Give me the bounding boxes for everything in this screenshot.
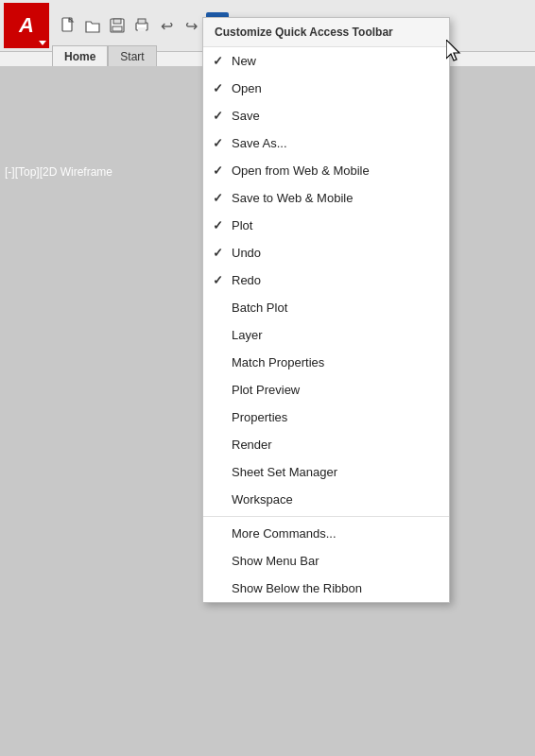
- acad-logo-text: A: [19, 13, 34, 38]
- viewport-label: [-][Top][2D Wireframe: [5, 165, 112, 179]
- qa-undo-icon[interactable]: ↩: [155, 14, 178, 37]
- menu-item-workspace[interactable]: Workspace: [203, 486, 449, 513]
- menu-item-show-below-ribbon[interactable]: Show Below the Ribbon: [203, 575, 449, 602]
- menu-item-batch-plot[interactable]: Batch Plot: [203, 294, 449, 321]
- menu-item-more-commands[interactable]: More Commands...: [203, 520, 449, 547]
- menu-item-new[interactable]: New: [203, 47, 449, 75]
- menu-divider: [203, 516, 449, 517]
- svg-rect-3: [112, 26, 122, 31]
- menu-item-save-web-mobile[interactable]: Save to Web & Mobile: [203, 184, 449, 212]
- menu-item-layer[interactable]: Layer: [203, 321, 449, 349]
- svg-rect-6: [138, 27, 146, 31]
- tab-home[interactable]: Home: [52, 45, 108, 66]
- qa-print-icon[interactable]: [130, 14, 153, 37]
- menu-item-render[interactable]: Render: [203, 431, 449, 458]
- menu-item-save-as[interactable]: Save As...: [203, 129, 449, 157]
- menu-item-plot-preview[interactable]: Plot Preview: [203, 376, 449, 404]
- menu-item-sheet-set-manager[interactable]: Sheet Set Manager: [203, 458, 449, 486]
- menu-item-show-menu-bar[interactable]: Show Menu Bar: [203, 547, 449, 575]
- qa-new-icon[interactable]: [57, 14, 79, 37]
- menu-header: Customize Quick Access Toolbar: [203, 18, 449, 47]
- tab-start[interactable]: Start: [108, 45, 156, 66]
- menu-item-plot[interactable]: Plot: [203, 212, 449, 239]
- menu-item-save[interactable]: Save: [203, 102, 449, 129]
- menu-item-redo[interactable]: Redo: [203, 266, 449, 294]
- customize-toolbar-dropdown: Customize Quick Access Toolbar New Open …: [202, 17, 450, 603]
- menu-item-properties[interactable]: Properties: [203, 404, 449, 431]
- qa-redo-icon[interactable]: ↪: [180, 14, 202, 37]
- svg-rect-5: [138, 19, 146, 24]
- tab-bar: Home Start: [52, 45, 157, 66]
- acad-logo-button[interactable]: A: [4, 3, 49, 48]
- svg-rect-2: [113, 19, 121, 24]
- menu-item-match-properties[interactable]: Match Properties: [203, 349, 449, 376]
- menu-item-open-web-mobile[interactable]: Open from Web & Mobile: [203, 157, 449, 184]
- qa-open-icon[interactable]: [81, 14, 104, 37]
- acad-logo-dropdown-arrow: [39, 41, 46, 45]
- menu-item-open[interactable]: Open: [203, 75, 449, 102]
- qa-save-icon[interactable]: [106, 14, 129, 37]
- menu-item-undo[interactable]: Undo: [203, 239, 449, 266]
